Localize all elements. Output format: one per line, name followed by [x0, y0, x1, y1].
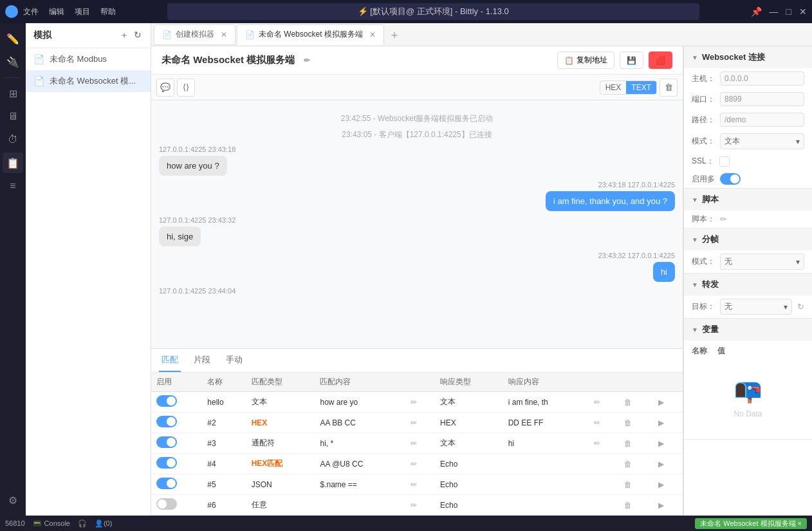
icon-monitor[interactable]: 🖥	[3, 106, 23, 127]
delete-icon-2[interactable]: 🗑	[623, 438, 633, 449]
add-simulator-button[interactable]: ＋	[118, 28, 130, 42]
edit-match-icon-1[interactable]: ✏	[411, 418, 417, 427]
forward-section-header[interactable]: ▼ 转发	[684, 274, 812, 295]
edit-match-icon-4[interactable]: ✏	[411, 480, 417, 489]
cell-edit-response-0[interactable]: ✏	[586, 392, 618, 413]
websocket-section-header[interactable]: ▼ Websocket 连接	[684, 46, 812, 68]
run-icon-0[interactable]: ▶	[657, 396, 665, 408]
cell-delete-5[interactable]: 🗑	[618, 495, 652, 516]
cell-run-3[interactable]: ▶	[652, 454, 683, 474]
menu-edit[interactable]: 编辑	[49, 6, 64, 17]
cell-delete-3[interactable]: 🗑	[618, 454, 652, 474]
toggle-0[interactable]	[156, 395, 177, 407]
toggle-2[interactable]	[156, 436, 177, 448]
edit-response-icon[interactable]: ✏	[594, 418, 600, 427]
minimize-button[interactable]: —	[770, 6, 779, 17]
cell-edit-match-4[interactable]: ✏	[403, 474, 435, 495]
cell-run-5[interactable]: ▶	[652, 495, 683, 516]
host-input[interactable]: 0.0.0.0	[720, 71, 804, 86]
edit-response-icon[interactable]: ✏	[594, 439, 600, 448]
icon-simulator[interactable]: 📋	[3, 153, 23, 173]
maximize-button[interactable]: □	[786, 6, 791, 17]
messages-container[interactable]: 23:42:55 - Websocket服务端模拟服务已启动 23:43:05 …	[151, 100, 683, 348]
tab-close-websocket[interactable]: ✕	[369, 30, 376, 39]
icon-grid[interactable]: ⊞	[3, 83, 23, 104]
copy-address-button[interactable]: 📋 复制地址	[557, 51, 614, 69]
edit-match-icon-5[interactable]: ✏	[411, 501, 417, 510]
edit-match-icon-3[interactable]: ✏	[411, 460, 417, 469]
cell-edit-match-0[interactable]: ✏	[403, 392, 435, 413]
toggle-5[interactable]	[156, 498, 177, 510]
match-tab-manual[interactable]: 手动	[223, 349, 245, 372]
toggle-1[interactable]	[156, 416, 177, 427]
forward-refresh-icon[interactable]: ↻	[797, 302, 804, 312]
tab-close-create[interactable]: ✕	[221, 30, 227, 39]
icon-clock[interactable]: ⏱	[3, 129, 23, 150]
run-icon-2[interactable]: ▶	[657, 438, 665, 449]
text-option[interactable]: TEXT	[626, 81, 656, 94]
run-icon-5[interactable]: ▶	[657, 499, 665, 511]
cell-run-2[interactable]: ▶	[652, 433, 683, 454]
forward-target-select[interactable]: 无 ▾	[720, 299, 792, 315]
cell-edit-match-1[interactable]: ✏	[403, 413, 435, 433]
chat-icon-button[interactable]: 💬	[156, 79, 174, 97]
menu-help[interactable]: 帮助	[100, 6, 116, 17]
cell-edit-match-2[interactable]: ✏	[403, 433, 435, 454]
run-icon-3[interactable]: ▶	[657, 458, 665, 470]
code-icon-button[interactable]: ⟨⟩	[177, 79, 195, 97]
delete-icon-0[interactable]: 🗑	[623, 396, 633, 408]
toggle-3[interactable]	[156, 457, 177, 469]
cell-edit-response-3[interactable]	[586, 454, 618, 474]
sidebar-item-websocket[interactable]: 📄 未命名 Websocket 模...	[26, 70, 151, 92]
cell-edit-match-3[interactable]: ✏	[403, 454, 435, 474]
variables-section-header[interactable]: ▼ 变量	[684, 319, 812, 340]
run-icon-1[interactable]: ▶	[657, 417, 665, 429]
frame-mode-select[interactable]: 无 ▾	[720, 254, 804, 270]
match-tab-match[interactable]: 匹配	[159, 349, 181, 372]
enable-multi-toggle[interactable]	[720, 173, 741, 185]
delete-icon-1[interactable]: 🗑	[623, 417, 633, 429]
tab-websocket-server[interactable]: 📄 未命名 Websocket 模拟服务端 ✕	[237, 24, 384, 45]
menu-file[interactable]: 文件	[23, 6, 39, 17]
port-input[interactable]: 8899	[720, 92, 804, 106]
cell-run-4[interactable]: ▶	[652, 474, 683, 495]
tab-add-button[interactable]: ＋	[385, 26, 403, 44]
script-edit-icon[interactable]: ✏	[720, 214, 727, 224]
cell-delete-4[interactable]: 🗑	[618, 474, 652, 495]
active-service-badge[interactable]: 未命名 Websocket 模拟服务端 ×	[695, 518, 807, 529]
frame-section-header[interactable]: ▼ 分帧	[684, 228, 812, 250]
match-tab-segment[interactable]: 片段	[191, 349, 213, 372]
icon-pen[interactable]: ✏️	[3, 28, 23, 49]
run-icon-4[interactable]: ▶	[657, 479, 665, 490]
toggle-4[interactable]	[156, 478, 177, 489]
sidebar-item-modbus[interactable]: 📄 未命名 Modbus	[26, 48, 151, 70]
ssl-checkbox[interactable]	[719, 156, 730, 167]
close-button[interactable]: ✕	[799, 6, 807, 17]
script-section-header[interactable]: ▼ 脚本	[684, 189, 812, 210]
mode-select[interactable]: 文本 ▾	[720, 133, 804, 149]
clear-button[interactable]: 🗑	[660, 79, 678, 97]
cell-run-0[interactable]: ▶	[652, 392, 683, 413]
cell-run-1[interactable]: ▶	[652, 413, 683, 433]
cell-edit-response-1[interactable]: ✏	[586, 413, 618, 433]
edit-response-icon[interactable]: ✏	[594, 398, 600, 407]
path-input[interactable]: /demo	[720, 113, 804, 127]
delete-icon-5[interactable]: 🗑	[623, 499, 633, 511]
save-button[interactable]: 💾	[620, 51, 643, 69]
cell-delete-2[interactable]: 🗑	[618, 433, 652, 454]
menu-project[interactable]: 项目	[75, 6, 90, 17]
cell-edit-response-2[interactable]: ✏	[586, 433, 618, 454]
stop-button[interactable]: 🟥	[649, 51, 672, 69]
cell-edit-match-5[interactable]: ✏	[403, 495, 435, 516]
delete-icon-4[interactable]: 🗑	[623, 479, 633, 490]
delete-icon-3[interactable]: 🗑	[623, 458, 633, 470]
edit-match-icon-0[interactable]: ✏	[411, 398, 417, 407]
console-status[interactable]: 📟 Console	[33, 519, 70, 528]
icon-settings[interactable]: ⚙	[3, 490, 23, 510]
cell-delete-0[interactable]: 🗑	[618, 392, 652, 413]
icon-script[interactable]: ≡	[3, 176, 23, 196]
edit-title-icon[interactable]: ✏	[304, 56, 310, 65]
cell-edit-response-4[interactable]	[586, 474, 618, 495]
cell-edit-response-5[interactable]	[586, 495, 618, 516]
pin-button[interactable]: 📌	[751, 6, 762, 17]
